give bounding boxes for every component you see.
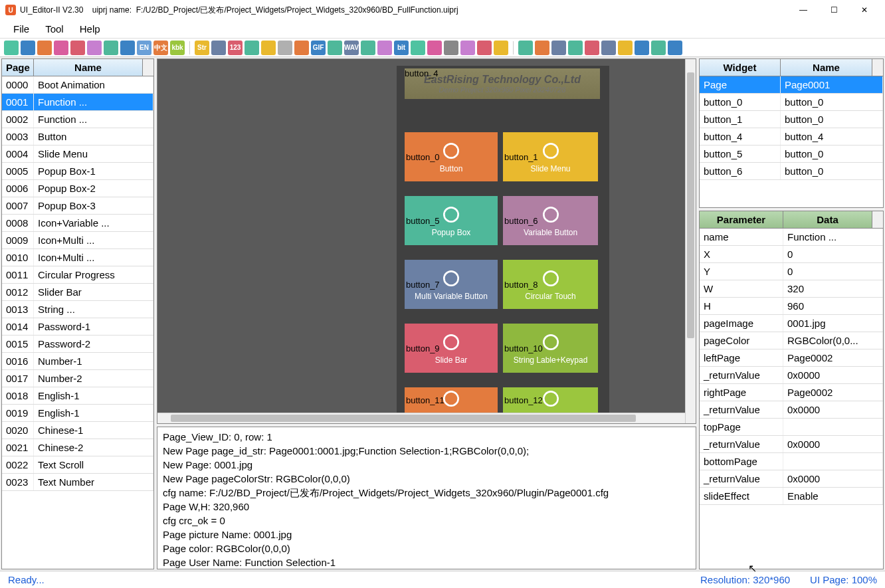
page-row[interactable]: 0022Text Scroll: [2, 456, 153, 474]
widget-row[interactable]: button_4button_4: [700, 128, 883, 146]
menu-file[interactable]: File: [5, 21, 37, 37]
gif-icon[interactable]: GIF: [311, 41, 326, 55]
align-right-icon[interactable]: [535, 41, 549, 55]
page-row[interactable]: 0014Password-1: [2, 318, 153, 336]
param-row[interactable]: H960: [700, 298, 883, 315]
param-value[interactable]: 0: [783, 246, 883, 262]
timer-icon[interactable]: [278, 41, 292, 55]
kbk-icon[interactable]: kbk: [170, 41, 185, 55]
refresh-icon[interactable]: [4, 41, 19, 55]
page-row[interactable]: 0002Function ...: [2, 111, 153, 128]
param-row[interactable]: leftPagePage0002: [700, 349, 883, 367]
page-row[interactable]: 0006Popup Box-2: [2, 180, 153, 197]
page-row[interactable]: 0019English-1: [2, 405, 153, 422]
page-row[interactable]: 0009Icon+Multi ...: [2, 232, 153, 249]
canvas-widget-button_11[interactable]: button_11: [403, 386, 499, 414]
grid-icon[interactable]: [37, 41, 52, 55]
page-row[interactable]: 0007Popup Box-3: [2, 197, 153, 215]
device-canvas[interactable]: button_4EastRising Technology Co.,LtdDem…: [397, 66, 609, 424]
page-row[interactable]: 0011Circular Progress: [2, 266, 153, 284]
page-row[interactable]: 0023Text Number: [2, 474, 153, 491]
wav-icon[interactable]: WAV: [344, 41, 359, 55]
param-row[interactable]: slideEffectEnable: [700, 488, 883, 505]
align-left-icon[interactable]: [518, 41, 533, 55]
param-value[interactable]: Function ...: [783, 229, 883, 245]
page-row[interactable]: 0016Number-1: [2, 353, 153, 370]
param-value[interactable]: [783, 453, 883, 470]
widget-row[interactable]: PagePage0001: [700, 76, 883, 94]
page-row[interactable]: 0013String ...: [2, 301, 153, 318]
num-icon[interactable]: 123: [228, 41, 243, 55]
log-area[interactable]: Page_View_ID: 0, row: 1New Page page_id_…: [157, 427, 696, 569]
canvas-widget-button_8[interactable]: button_8Circular Touch: [502, 258, 599, 310]
align-top-icon[interactable]: [551, 41, 566, 55]
page-row[interactable]: 0000Boot Animation: [2, 76, 153, 94]
widget-row[interactable]: button_0button_0: [700, 94, 883, 111]
align-bottom-icon[interactable]: [568, 41, 583, 55]
menu-help[interactable]: Help: [72, 21, 108, 37]
record-icon[interactable]: [477, 41, 492, 55]
canvas-widget-button_10[interactable]: button_10String Lable+Keypad: [502, 322, 599, 374]
page-row[interactable]: 0001Function ...: [2, 94, 153, 111]
canvas-widget-button_6[interactable]: button_6Variable Button: [502, 195, 599, 246]
edit-icon[interactable]: [70, 41, 85, 55]
canvas-scrollbar-vertical[interactable]: [685, 59, 696, 423]
dist-h-icon[interactable]: [585, 41, 599, 55]
qr-icon[interactable]: [328, 41, 342, 55]
canvas-scrollbar-horizontal[interactable]: [157, 413, 685, 423]
cn-icon[interactable]: 中文: [153, 41, 168, 55]
page-row[interactable]: 0004Slide Menu: [2, 146, 153, 163]
param-value[interactable]: 0x0000: [783, 470, 883, 487]
param-row[interactable]: _returnValue0x0000: [700, 367, 883, 384]
tiles-icon[interactable]: [54, 41, 68, 55]
bit-icon[interactable]: bit: [394, 41, 409, 55]
str-icon[interactable]: Str: [195, 41, 209, 55]
pie-icon[interactable]: [87, 41, 102, 55]
center-v-icon[interactable]: [651, 41, 666, 55]
canvas-widget-button_1[interactable]: button_1Slide Menu: [502, 131, 599, 183]
param-row[interactable]: bottomPage: [700, 453, 883, 470]
param-row[interactable]: X0: [700, 246, 883, 263]
param-value[interactable]: 0x0000: [783, 401, 883, 418]
param-row[interactable]: _returnValue0x0000: [700, 470, 883, 488]
param-row[interactable]: pageImage0001.jpg: [700, 315, 883, 332]
canvas-widget-button_4[interactable]: button_4EastRising Technology Co.,LtdDem…: [403, 67, 601, 100]
param-value[interactable]: 960: [783, 298, 883, 314]
canvas-widget-button_7[interactable]: button_7Multi Variable Button: [403, 258, 499, 310]
widget-row[interactable]: button_6button_0: [700, 163, 883, 180]
clock-icon[interactable]: [261, 41, 276, 55]
target-icon[interactable]: [494, 41, 508, 55]
calendar-icon[interactable]: [120, 41, 135, 55]
menu-icon[interactable]: [361, 41, 375, 55]
param-value[interactable]: [783, 419, 883, 435]
en-icon[interactable]: EN: [137, 41, 151, 55]
leaf-icon[interactable]: [245, 41, 259, 55]
disc-icon[interactable]: [377, 41, 392, 55]
menu-tool[interactable]: Tool: [37, 21, 72, 37]
globe-icon[interactable]: [411, 41, 425, 55]
header-name[interactable]: Name: [34, 59, 143, 76]
canvas-widget-button_12[interactable]: button_12: [502, 386, 599, 414]
canvas-widget-button_5[interactable]: button_5Popup Box: [403, 195, 499, 246]
canvas-area[interactable]: button_4EastRising Technology Co.,LtdDem…: [157, 58, 696, 424]
toggle-icon[interactable]: [104, 41, 118, 55]
param-row[interactable]: Y0: [700, 263, 883, 280]
param-value[interactable]: 320: [783, 280, 883, 297]
doc-icon[interactable]: [211, 41, 226, 55]
page-row[interactable]: 0008Icon+Variable ...: [2, 215, 153, 232]
header-wname[interactable]: Name: [781, 59, 872, 76]
param-row[interactable]: _returnValue0x0000: [700, 401, 883, 419]
page-row[interactable]: 0003Button: [2, 128, 153, 146]
param-row[interactable]: rightPagePage0002: [700, 384, 883, 401]
page-row[interactable]: 0021Chinese-2: [2, 439, 153, 456]
param-value[interactable]: Page0002: [783, 349, 883, 366]
page-row[interactable]: 0005Popup Box-1: [2, 163, 153, 180]
image-icon[interactable]: [444, 41, 458, 55]
header-page[interactable]: Page: [2, 59, 34, 76]
param-value[interactable]: RGBColor(0,0...: [783, 332, 883, 349]
page-row[interactable]: 0020Chinese-1: [2, 422, 153, 439]
canvas-widget-button_9[interactable]: button_9Slide Bar: [403, 322, 499, 374]
layout-icon[interactable]: [21, 41, 35, 55]
param-value[interactable]: 0x0000: [783, 367, 883, 383]
page-row[interactable]: 0018English-1: [2, 387, 153, 405]
